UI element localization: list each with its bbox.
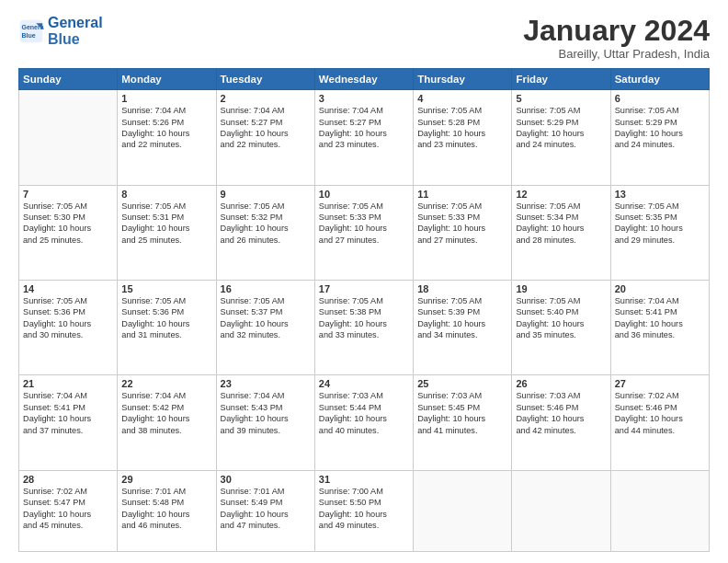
cell-4-6 bbox=[610, 470, 709, 551]
cell-text-line: and 45 minutes. bbox=[23, 520, 113, 531]
cell-text-line: Sunrise: 7:03 AM bbox=[516, 390, 606, 401]
cell-0-0 bbox=[19, 90, 118, 185]
svg-text:Blue: Blue bbox=[22, 32, 36, 39]
cell-text-line: Sunset: 5:44 PM bbox=[319, 402, 409, 413]
cell-text-line: Sunset: 5:42 PM bbox=[121, 402, 211, 413]
cell-text-line: Sunrise: 7:05 AM bbox=[121, 295, 211, 306]
day-number-24: 24 bbox=[319, 378, 409, 389]
day-number-5: 5 bbox=[516, 93, 606, 104]
day-number-27: 27 bbox=[615, 378, 705, 389]
cell-text-line: and 47 minutes. bbox=[221, 520, 311, 531]
cell-0-5: 5Sunrise: 7:05 AMSunset: 5:29 PMDaylight… bbox=[512, 90, 610, 185]
cell-text-line: Daylight: 10 hours bbox=[615, 318, 705, 329]
cell-0-4: 4Sunrise: 7:05 AMSunset: 5:28 PMDaylight… bbox=[414, 90, 512, 185]
day-number-3: 3 bbox=[319, 93, 409, 104]
cell-text-line: and 23 minutes. bbox=[417, 139, 507, 150]
day-number-20: 20 bbox=[615, 283, 705, 294]
day-number-26: 26 bbox=[516, 378, 606, 389]
cell-text-line: Daylight: 10 hours bbox=[319, 413, 409, 424]
cell-0-1: 1Sunrise: 7:04 AMSunset: 5:26 PMDaylight… bbox=[118, 90, 216, 185]
cell-text-line: Sunset: 5:46 PM bbox=[516, 402, 606, 413]
cell-text-line: Daylight: 10 hours bbox=[121, 318, 211, 329]
calendar-table: Sunday Monday Tuesday Wednesday Thursday… bbox=[18, 68, 710, 552]
cell-text-line: Sunrise: 7:05 AM bbox=[615, 105, 705, 116]
cell-text-line: Sunset: 5:40 PM bbox=[516, 306, 606, 317]
cell-text-line: Sunrise: 7:04 AM bbox=[615, 295, 705, 306]
cell-text-line: Sunset: 5:41 PM bbox=[23, 402, 113, 413]
cell-2-2: 16Sunrise: 7:05 AMSunset: 5:37 PMDayligh… bbox=[216, 280, 314, 374]
cell-0-3: 3Sunrise: 7:04 AMSunset: 5:27 PMDaylight… bbox=[314, 90, 413, 185]
cell-text-line: Daylight: 10 hours bbox=[221, 128, 311, 139]
cell-text-line: Sunrise: 7:01 AM bbox=[121, 486, 211, 497]
cell-text-line: Sunrise: 7:05 AM bbox=[221, 201, 311, 212]
cell-2-1: 15Sunrise: 7:05 AMSunset: 5:36 PMDayligh… bbox=[118, 280, 216, 374]
week-row-5: 28Sunrise: 7:02 AMSunset: 5:47 PMDayligh… bbox=[19, 470, 710, 551]
cell-1-3: 10Sunrise: 7:05 AMSunset: 5:33 PMDayligh… bbox=[314, 185, 413, 280]
cell-text-line: Sunset: 5:43 PM bbox=[221, 402, 311, 413]
cell-text-line: Daylight: 10 hours bbox=[516, 318, 606, 329]
cell-text-line: Sunrise: 7:01 AM bbox=[221, 486, 311, 497]
cell-2-4: 18Sunrise: 7:05 AMSunset: 5:39 PMDayligh… bbox=[414, 280, 512, 374]
cell-text-line: and 37 minutes. bbox=[23, 425, 113, 436]
cell-text-line: and 22 minutes. bbox=[121, 139, 211, 150]
cell-text-line: and 34 minutes. bbox=[417, 329, 507, 340]
cell-text-line: and 30 minutes. bbox=[23, 329, 113, 340]
cell-text-line: Sunset: 5:39 PM bbox=[417, 306, 507, 317]
cell-text-line: Sunset: 5:33 PM bbox=[417, 212, 507, 223]
cell-text-line: Daylight: 10 hours bbox=[319, 318, 409, 329]
day-number-31: 31 bbox=[319, 474, 409, 485]
cell-text-line: Sunrise: 7:02 AM bbox=[615, 390, 705, 401]
cell-text-line: Daylight: 10 hours bbox=[319, 223, 409, 234]
cell-3-4: 25Sunrise: 7:03 AMSunset: 5:45 PMDayligh… bbox=[414, 375, 512, 470]
cell-1-6: 13Sunrise: 7:05 AMSunset: 5:35 PMDayligh… bbox=[610, 185, 709, 280]
cell-text-line: Daylight: 10 hours bbox=[417, 413, 507, 424]
page: General Blue General Blue January 2024 B… bbox=[0, 0, 728, 563]
month-title: January 2024 bbox=[523, 15, 710, 47]
cell-text-line: Sunset: 5:27 PM bbox=[221, 117, 311, 128]
cell-text-line: Daylight: 10 hours bbox=[615, 223, 705, 234]
cell-text-line: and 42 minutes. bbox=[516, 425, 606, 436]
cell-text-line: and 40 minutes. bbox=[319, 425, 409, 436]
cell-text-line: and 26 minutes. bbox=[221, 235, 311, 246]
day-number-4: 4 bbox=[417, 93, 507, 104]
cell-text-line: Sunset: 5:34 PM bbox=[516, 212, 606, 223]
cell-text-line: Sunrise: 7:05 AM bbox=[121, 201, 211, 212]
cell-text-line: and 31 minutes. bbox=[121, 329, 211, 340]
cell-text-line: Sunset: 5:29 PM bbox=[615, 117, 705, 128]
cell-text-line: and 39 minutes. bbox=[221, 425, 311, 436]
cell-1-0: 7Sunrise: 7:05 AMSunset: 5:30 PMDaylight… bbox=[19, 185, 118, 280]
cell-text-line: Sunrise: 7:05 AM bbox=[417, 105, 507, 116]
cell-3-0: 21Sunrise: 7:04 AMSunset: 5:41 PMDayligh… bbox=[19, 375, 118, 470]
cell-text-line: Sunset: 5:48 PM bbox=[121, 497, 211, 508]
cell-3-2: 23Sunrise: 7:04 AMSunset: 5:43 PMDayligh… bbox=[216, 375, 314, 470]
cell-text-line: and 28 minutes. bbox=[516, 235, 606, 246]
cell-1-2: 9Sunrise: 7:05 AMSunset: 5:32 PMDaylight… bbox=[216, 185, 314, 280]
cell-text-line: Sunset: 5:28 PM bbox=[417, 117, 507, 128]
cell-text-line: Sunrise: 7:04 AM bbox=[319, 105, 409, 116]
cell-text-line: Sunset: 5:49 PM bbox=[221, 497, 311, 508]
cell-text-line: Sunrise: 7:03 AM bbox=[319, 390, 409, 401]
cell-text-line: Daylight: 10 hours bbox=[121, 128, 211, 139]
cell-text-line: Sunset: 5:31 PM bbox=[121, 212, 211, 223]
day-number-12: 12 bbox=[516, 189, 606, 200]
day-number-18: 18 bbox=[417, 283, 507, 294]
cell-text-line: Daylight: 10 hours bbox=[319, 128, 409, 139]
col-thursday: Thursday bbox=[414, 69, 512, 90]
day-number-2: 2 bbox=[221, 93, 311, 104]
day-number-30: 30 bbox=[221, 474, 311, 485]
day-number-15: 15 bbox=[121, 283, 211, 294]
cell-text-line: Sunrise: 7:02 AM bbox=[23, 486, 113, 497]
cell-text-line: Daylight: 10 hours bbox=[615, 413, 705, 424]
cell-text-line: Sunrise: 7:05 AM bbox=[23, 295, 113, 306]
cell-text-line: Daylight: 10 hours bbox=[221, 223, 311, 234]
cell-text-line: Sunrise: 7:05 AM bbox=[23, 201, 113, 212]
week-row-4: 21Sunrise: 7:04 AMSunset: 5:41 PMDayligh… bbox=[19, 375, 710, 470]
cell-text-line: Sunrise: 7:05 AM bbox=[417, 201, 507, 212]
cell-1-1: 8Sunrise: 7:05 AMSunset: 5:31 PMDaylight… bbox=[118, 185, 216, 280]
cell-4-3: 31Sunrise: 7:00 AMSunset: 5:50 PMDayligh… bbox=[314, 470, 413, 551]
title-block: January 2024 Bareilly, Uttar Pradesh, In… bbox=[523, 15, 710, 61]
cell-text-line: and 38 minutes. bbox=[121, 425, 211, 436]
cell-text-line: Sunrise: 7:05 AM bbox=[319, 295, 409, 306]
cell-text-line: and 22 minutes. bbox=[221, 139, 311, 150]
cell-text-line: Daylight: 10 hours bbox=[221, 509, 311, 520]
